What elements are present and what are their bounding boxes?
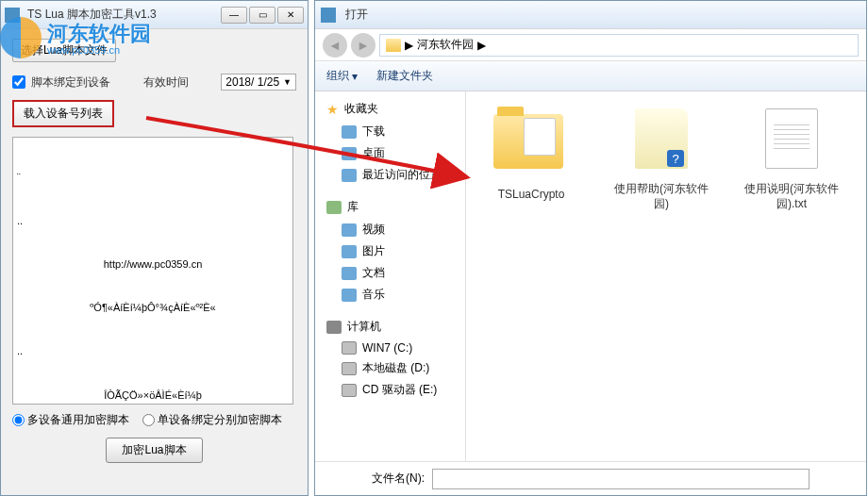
navigation-sidebar: ★收藏夹 下载 桌面 最近访问的位置 库 视频 图片 文档 音乐 计算机 WIN…: [315, 91, 466, 461]
music-icon: [342, 289, 357, 302]
filename-input[interactable]: [432, 469, 810, 489]
new-folder-button[interactable]: 新建文件夹: [376, 68, 433, 84]
sidebar-favorites[interactable]: ★收藏夹: [315, 97, 465, 121]
sidebar-item-desktop[interactable]: 桌面: [315, 142, 465, 164]
sidebar-item-pictures[interactable]: 图片: [315, 240, 465, 262]
multi-device-radio-label[interactable]: 多设备通用加密脚本: [12, 412, 129, 428]
bind-device-label: 脚本绑定到设备: [31, 74, 110, 91]
dialog-toolbar: 组织 ▾ 新建文件夹: [315, 61, 866, 91]
folder-icon: [493, 114, 563, 169]
sidebar-item-downloads[interactable]: 下载: [315, 121, 465, 142]
library-icon: [326, 201, 342, 214]
sidebar-item-drive-d[interactable]: 本地磁盘 (D:): [315, 357, 465, 379]
single-device-radio[interactable]: [142, 414, 155, 426]
maximize-button[interactable]: ▭: [249, 7, 275, 24]
date-value: 2018/ 1/25: [225, 75, 279, 89]
watermark-overlay: 河东软件园 www.pc0359.cn: [0, 17, 151, 58]
organize-menu[interactable]: 组织 ▾: [326, 68, 358, 84]
text-file-icon: [765, 108, 818, 169]
computer-icon: [326, 321, 342, 334]
minimize-button[interactable]: —: [221, 7, 247, 24]
file-item-chm[interactable]: 使用帮助(河东软件园): [609, 105, 713, 211]
file-label: TSLuaCrypto: [479, 188, 583, 203]
load-device-list-button[interactable]: 载入设备号列表: [12, 100, 114, 127]
chevron-down-icon: ▾: [352, 70, 358, 83]
script-content-textarea[interactable]: ¨ .. http://www.pc0359.cn ºÓ¶«ÀíÈí¼þÔ°¾ç…: [12, 137, 293, 405]
sidebar-item-drive-e[interactable]: CD 驱动器 (E:): [315, 379, 465, 401]
bind-device-checkbox[interactable]: [12, 75, 25, 89]
video-icon: [342, 223, 357, 237]
star-icon: ★: [326, 102, 339, 117]
sidebar-libraries[interactable]: 库: [315, 195, 465, 219]
dialog-icon: [321, 8, 336, 23]
breadcrumb-bar: ◄ ► ▶ 河东软件园 ▶: [315, 29, 866, 61]
single-device-radio-label[interactable]: 单设备绑定分别加密脚本: [142, 412, 282, 428]
breadcrumb-sep: ▶: [405, 39, 413, 52]
encrypt-lua-button[interactable]: 加密Lua脚本: [106, 438, 202, 463]
breadcrumb-sep2: ▶: [477, 39, 486, 52]
file-open-dialog: 打开 ◄ ► ▶ 河东软件园 ▶ 组织 ▾ 新建文件夹 ★收藏夹 下载 桌面 最…: [314, 0, 867, 496]
sidebar-item-music[interactable]: 音乐: [315, 284, 465, 306]
drive-icon: [342, 362, 357, 375]
valid-time-datepicker[interactable]: 2018/ 1/25 ▼: [221, 74, 296, 91]
watermark-logo-icon: [0, 17, 42, 58]
dialog-title: 打开: [345, 7, 368, 23]
nav-back-button[interactable]: ◄: [323, 33, 347, 58]
filename-label: 文件名(N):: [372, 471, 425, 487]
document-icon: [342, 267, 357, 280]
drive-icon: [342, 341, 357, 355]
sidebar-item-videos[interactable]: 视频: [315, 219, 465, 240]
breadcrumb-path[interactable]: ▶ 河东软件园 ▶: [379, 34, 859, 57]
download-icon: [342, 125, 357, 139]
chevron-down-icon: ▼: [283, 77, 292, 87]
sidebar-item-drive-c[interactable]: WIN7 (C:): [315, 339, 465, 357]
valid-time-label: 有效时间: [143, 74, 189, 91]
filename-bar: 文件名(N):: [315, 461, 866, 495]
files-pane[interactable]: TSLuaCrypto 使用帮助(河东软件园) 使用说明(河东软件园).txt: [466, 91, 866, 461]
file-item-folder[interactable]: TSLuaCrypto: [479, 105, 583, 203]
help-file-icon: [635, 108, 688, 169]
close-button[interactable]: ✕: [277, 7, 304, 24]
dialog-title-bar: 打开: [315, 1, 866, 29]
sidebar-item-documents[interactable]: 文档: [315, 262, 465, 284]
folder-icon: [386, 39, 401, 52]
picture-icon: [342, 245, 357, 258]
desktop-icon: [342, 147, 357, 160]
file-item-txt[interactable]: 使用说明(河东软件园).txt: [740, 105, 843, 211]
file-label: 使用说明(河东软件园).txt: [740, 182, 843, 211]
cd-drive-icon: [342, 384, 357, 397]
lua-crypto-window: TS Lua 脚本加密工具v1.3 — ▭ ✕ 选择Lua脚本文件 脚本绑定到设…: [0, 0, 309, 496]
sidebar-item-recent[interactable]: 最近访问的位置: [315, 164, 465, 186]
file-label: 使用帮助(河东软件园): [609, 182, 713, 211]
nav-forward-button[interactable]: ►: [351, 33, 376, 58]
recent-icon: [342, 169, 357, 182]
breadcrumb-folder[interactable]: 河东软件园: [417, 37, 474, 53]
sidebar-computer[interactable]: 计算机: [315, 315, 465, 339]
multi-device-radio[interactable]: [12, 414, 25, 426]
